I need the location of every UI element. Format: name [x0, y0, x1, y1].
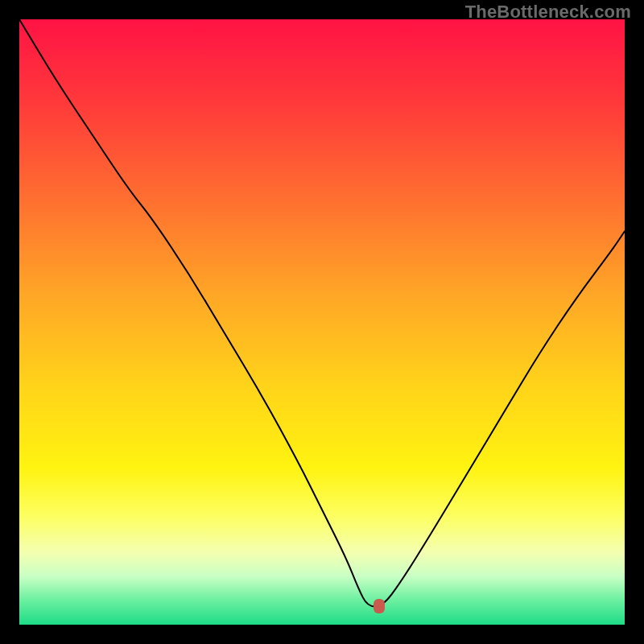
plot-area — [19, 19, 625, 625]
optimum-marker — [374, 599, 385, 613]
bottleneck-curve — [19, 19, 625, 625]
chart-frame: TheBottleneck.com — [0, 0, 644, 644]
